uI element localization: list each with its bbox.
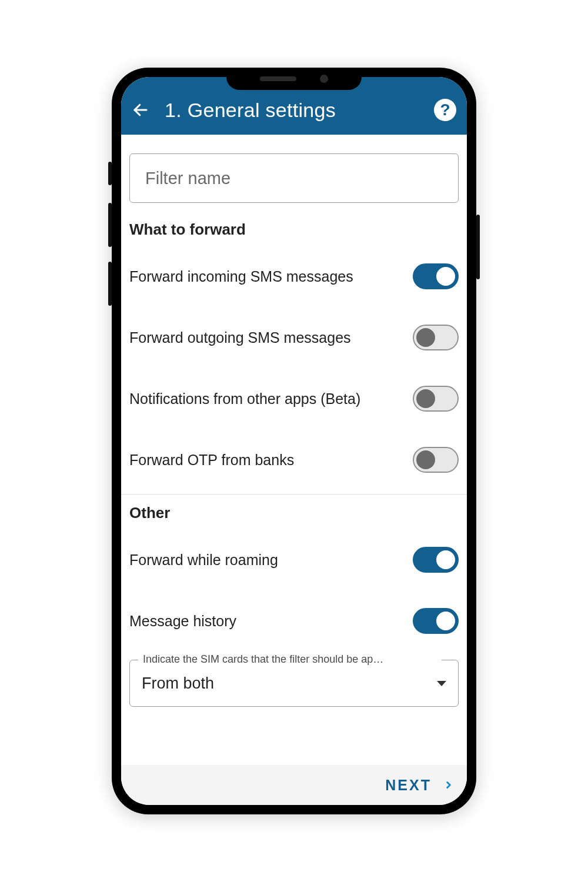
setting-label: Notifications from other apps (Beta) (129, 390, 360, 407)
setting-label: Forward while roaming (129, 552, 278, 569)
phone-notch (259, 75, 329, 83)
next-label: NEXT (385, 777, 432, 794)
setting-notifications-other-apps: Notifications from other apps (Beta) (121, 368, 467, 429)
setting-label: Forward outgoing SMS messages (129, 329, 351, 346)
side-button (108, 203, 112, 247)
setting-label: Forward OTP from banks (129, 452, 294, 469)
toggle-knob-icon (436, 267, 455, 286)
toggle-forward-incoming-sms[interactable] (413, 263, 459, 289)
toggle-knob-icon (436, 612, 455, 630)
toggle-notifications-other-apps[interactable] (413, 386, 459, 412)
content-area: What to forward Forward incoming SMS mes… (121, 135, 467, 765)
chevron-right-icon (443, 777, 454, 793)
app-header: 1. General settings ? (121, 77, 467, 135)
toggle-forward-outgoing-sms[interactable] (413, 325, 459, 350)
setting-forward-incoming-sms: Forward incoming SMS messages (121, 246, 467, 307)
help-button[interactable]: ? (434, 99, 456, 121)
setting-label: Forward incoming SMS messages (129, 268, 353, 285)
sim-select-legend: Indicate the SIM cards that the filter s… (138, 653, 442, 666)
arrow-left-icon (132, 101, 149, 119)
side-button (476, 215, 480, 279)
setting-forward-outgoing-sms: Forward outgoing SMS messages (121, 307, 467, 368)
question-icon: ? (440, 101, 450, 119)
page-title: 1. General settings (165, 99, 434, 122)
setting-label: Message history (129, 613, 236, 630)
speaker-icon (260, 76, 296, 81)
toggle-message-history[interactable] (413, 608, 459, 634)
side-button (108, 262, 112, 306)
camera-icon (320, 75, 328, 83)
setting-forward-otp: Forward OTP from banks (121, 429, 467, 490)
toggle-knob-icon (416, 389, 435, 408)
setting-forward-while-roaming: Forward while roaming (121, 529, 467, 590)
filter-name-field-wrap (121, 135, 467, 215)
toggle-knob-icon (416, 450, 435, 469)
toggle-forward-while-roaming[interactable] (413, 547, 459, 573)
section-title-what-to-forward: What to forward (121, 215, 467, 246)
next-button[interactable]: NEXT (121, 765, 467, 805)
toggle-forward-otp[interactable] (413, 447, 459, 473)
toggle-knob-icon (436, 550, 455, 569)
phone-frame: 1. General settings ? What to forward Fo… (112, 68, 476, 814)
sim-select-value: From both (142, 674, 437, 693)
setting-message-history: Message history (121, 590, 467, 652)
section-divider (121, 494, 467, 495)
sim-card-select[interactable]: Indicate the SIM cards that the filter s… (129, 660, 459, 707)
side-button (108, 162, 112, 185)
toggle-knob-icon (416, 328, 435, 347)
back-button[interactable] (132, 99, 154, 121)
section-title-other: Other (121, 498, 467, 529)
chevron-down-icon (437, 681, 446, 686)
screen: 1. General settings ? What to forward Fo… (121, 77, 467, 805)
filter-name-input[interactable] (129, 153, 459, 203)
